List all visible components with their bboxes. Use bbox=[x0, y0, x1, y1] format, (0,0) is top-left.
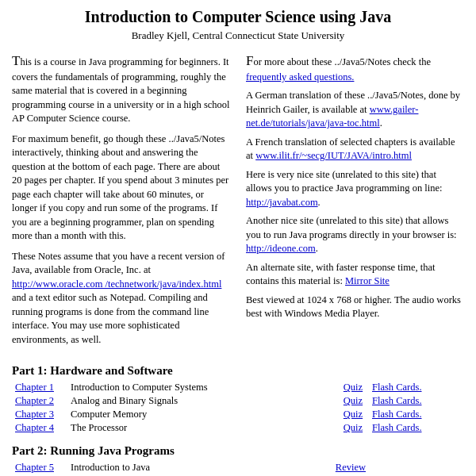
intro-right-p2: A German translation of these ../Java5/N… bbox=[246, 89, 464, 131]
chapter3-desc: Computer Memory bbox=[67, 408, 337, 421]
chapter5-desc: Introduction to Java bbox=[67, 461, 332, 474]
part2-table: Chapter 5 Introduction to Java Review Ch… bbox=[12, 461, 464, 476]
chapter4-link[interactable]: Chapter 4 bbox=[15, 422, 54, 433]
table-row: Chapter 4 The Processor Quiz Flash Cards… bbox=[12, 421, 464, 435]
chapter1-desc: Introduction to Computer Systems bbox=[67, 381, 337, 394]
chapter4-quiz[interactable]: Quiz bbox=[344, 422, 363, 433]
intro-left: This is a course in Java programming for… bbox=[12, 52, 230, 353]
chapter1-quiz[interactable]: Quiz bbox=[344, 382, 363, 393]
chapter4-desc: The Processor bbox=[67, 421, 337, 435]
chapter1-link[interactable]: Chapter 1 bbox=[15, 382, 54, 393]
table-row: Chapter 3 Computer Memory Quiz Flash Car… bbox=[12, 408, 464, 421]
chapter5-link[interactable]: Chapter 5 bbox=[15, 462, 54, 473]
intro-right-p7: Best viewed at 1024 x 768 or higher. The… bbox=[246, 294, 464, 321]
table-row: Chapter 2 Analog and Binary Signals Quiz… bbox=[12, 394, 464, 408]
chapter2-link[interactable]: Chapter 2 bbox=[15, 395, 54, 406]
chapter3-quiz[interactable]: Quiz bbox=[344, 409, 363, 420]
intro-right-p6: An alternate site, with faster response … bbox=[246, 261, 464, 289]
german-link[interactable]: www.gailer-net.de/tutorials/java/java-to… bbox=[246, 104, 418, 129]
chapter3-link[interactable]: Chapter 3 bbox=[15, 409, 54, 420]
intro-right-p1: For more about these ../Java5/Notes chec… bbox=[246, 52, 464, 84]
intro-left-p2: For maximum benefit, go though these ../… bbox=[12, 132, 230, 244]
javabat-link[interactable]: http://javabat.com bbox=[246, 197, 318, 208]
intro-section: This is a course in Java programming for… bbox=[12, 52, 464, 353]
oracle-link[interactable]: http://www.oracle.com /technetwork/java/… bbox=[12, 278, 221, 290]
table-row: Chapter 1 Introduction to Computer Syste… bbox=[12, 381, 464, 394]
page-title: Introduction to Computer Science using J… bbox=[12, 8, 464, 26]
ideone-link[interactable]: http://ideone.com bbox=[246, 243, 316, 254]
page-subtitle: Bradley Kjell, Central Connecticut State… bbox=[12, 29, 464, 42]
part1-title: Part 1: Hardware and Software bbox=[12, 364, 464, 378]
part1-table: Chapter 1 Introduction to Computer Syste… bbox=[12, 381, 464, 435]
faq-link[interactable]: frequently asked questions. bbox=[246, 71, 354, 83]
table-row: Chapter 5 Introduction to Java Review bbox=[12, 461, 464, 474]
chapter3-flashcards[interactable]: Flash Cards. bbox=[372, 409, 422, 420]
intro-right-p4: Here is very nice site (unrelated to thi… bbox=[246, 168, 464, 210]
intro-right-p3: A French translation of selected chapter… bbox=[246, 136, 464, 163]
intro-left-p1: This is a course in Java programming for… bbox=[12, 52, 230, 126]
mirror-link[interactable]: Mirror Site bbox=[345, 275, 390, 286]
french-link[interactable]: www.ilit.fr/~secg/IUT/JAVA/intro.html bbox=[255, 150, 412, 161]
chapter2-desc: Analog and Binary Signals bbox=[67, 394, 337, 408]
intro-left-p3: These Notes assume that you have a recen… bbox=[12, 250, 230, 347]
chapter4-flashcards[interactable]: Flash Cards. bbox=[372, 422, 422, 433]
chapter2-quiz[interactable]: Quiz bbox=[344, 395, 363, 406]
chapter2-flashcards[interactable]: Flash Cards. bbox=[372, 395, 422, 406]
intro-right-p5: Another nice site (unrelated to this sit… bbox=[246, 214, 464, 256]
part2-title: Part 2: Running Java Programs bbox=[12, 444, 464, 458]
intro-right: For more about these ../Java5/Notes chec… bbox=[246, 52, 464, 353]
chapter1-flashcards[interactable]: Flash Cards. bbox=[372, 382, 422, 393]
chapter5-review[interactable]: Review bbox=[336, 462, 366, 473]
